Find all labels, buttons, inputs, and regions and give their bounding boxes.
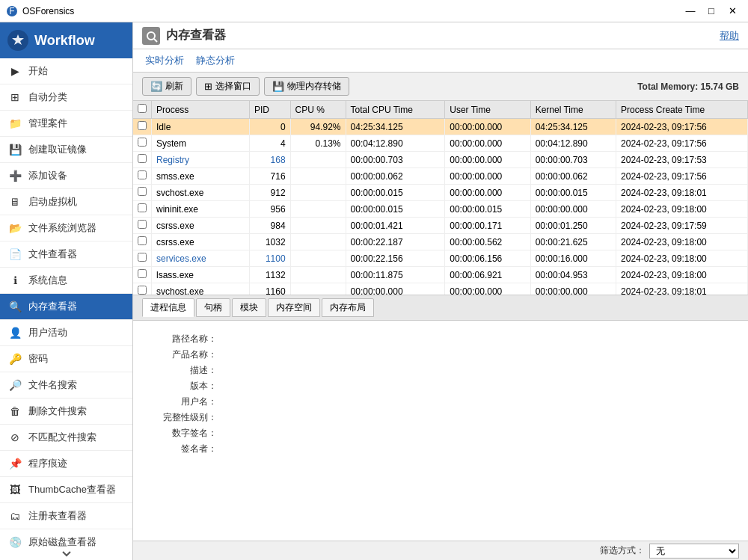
sidebar-item-user-activity[interactable]: 👤用户活动 <box>0 320 132 346</box>
table-row[interactable]: System 4 0.13% 00:04:12.890 00:00:00.000… <box>133 135 748 152</box>
tab-realtime[interactable]: 实时分析 <box>142 52 187 69</box>
cell-total-cpu: 00:00:00.703 <box>346 152 445 168</box>
sidebar-item-deleted-files[interactable]: 🗑删除文件搜索 <box>0 399 132 425</box>
title-bar: F OSForensics — □ ✕ <box>0 0 748 22</box>
cell-pid: 956 <box>249 201 290 218</box>
col-pid: PID <box>249 101 290 119</box>
table-row[interactable]: csrss.exe 1032 00:00:22.187 00:00:00.562… <box>133 234 748 250</box>
table-row[interactable]: Registry 168 00:00:00.703 00:00:00.000 0… <box>133 152 748 168</box>
cell-process: csrss.exe <box>152 234 250 250</box>
row-checkbox-4[interactable] <box>138 187 147 196</box>
detail-field-value <box>223 396 733 408</box>
filter-select[interactable]: 无 <box>649 544 739 559</box>
sidebar-item-thumbcache[interactable]: 🖼ThumbCache查看器 <box>0 477 132 503</box>
select-window-button[interactable]: ⊞ 选择窗口 <box>196 77 260 96</box>
row-checkbox-1[interactable] <box>138 138 147 147</box>
table-row[interactable]: lsass.exe 1132 00:00:11.875 00:00:06.921… <box>133 267 748 283</box>
close-button[interactable]: ✕ <box>723 3 742 19</box>
cell-pid: 1032 <box>249 234 290 250</box>
sidebar-icon-start-vm: 🖥 <box>7 194 22 209</box>
cell-user-time: 00:00:00.000 <box>445 119 530 135</box>
detail-tab-memory-space[interactable]: 内存空间 <box>268 298 320 317</box>
sidebar-item-manage-case[interactable]: 📁管理案件 <box>0 111 132 137</box>
cell-pid: 168 <box>249 152 290 168</box>
sidebar-item-file-browser[interactable]: 📂文件系统浏览器 <box>0 215 132 241</box>
cell-user-time: 00:00:00.000 <box>445 283 530 296</box>
row-checkbox-5[interactable] <box>138 203 147 212</box>
col-total-cpu: Total CPU Time <box>346 101 445 119</box>
sidebar-item-file-viewer[interactable]: 📄文件查看器 <box>0 241 132 268</box>
tab-static[interactable]: 静态分析 <box>193 52 238 69</box>
row-checkbox-2[interactable] <box>138 154 147 163</box>
table-row[interactable]: svchost.exe 1160 00:00:00.000 00:00:00.0… <box>133 283 748 296</box>
sidebar-item-create-evidence[interactable]: 💾创建取证镜像 <box>0 137 132 163</box>
sidebar-item-registry[interactable]: 🗂注册表查看器 <box>0 503 132 529</box>
row-checkbox-0[interactable] <box>138 121 147 130</box>
table-row[interactable]: Idle 0 94.92% 04:25:34.125 00:00:00.000 … <box>133 119 748 135</box>
cell-process: services.exe <box>152 250 250 267</box>
minimize-button[interactable]: — <box>681 3 700 19</box>
detail-field-label: 数字签名： <box>148 427 223 440</box>
process-table-container[interactable]: Process PID CPU % Total CPU Time User Ti… <box>133 101 748 295</box>
detail-tab-handles[interactable]: 句柄 <box>196 298 230 317</box>
detail-row: 产品名称： <box>148 348 733 361</box>
sidebar-item-system-info[interactable]: ℹ系统信息 <box>0 268 132 294</box>
title-bar-controls: — □ ✕ <box>681 3 742 19</box>
table-row[interactable]: services.exe 1100 00:00:22.156 00:00:06.… <box>133 250 748 267</box>
cell-user-time: 00:00:06.156 <box>445 250 530 267</box>
detail-row: 版本： <box>148 380 733 393</box>
cell-kernel-time: 00:00:00.015 <box>530 185 616 201</box>
detail-tab-memory-layout[interactable]: 内存布局 <box>322 298 374 317</box>
sidebar-item-program-trace[interactable]: 📌程序痕迹 <box>0 451 132 477</box>
row-checkbox-8[interactable] <box>138 253 147 262</box>
physical-memory-button[interactable]: 💾 物理内存转储 <box>264 77 349 96</box>
maximize-button[interactable]: □ <box>702 3 721 19</box>
col-process: Process <box>152 101 250 119</box>
table-row[interactable]: svchost.exe 912 00:00:00.015 00:00:00.00… <box>133 185 748 201</box>
sidebar-item-start[interactable]: ▶开始 <box>0 58 132 84</box>
sidebar-scroll[interactable]: ▶开始⊞自动分类📁管理案件💾创建取证镜像➕添加设备🖥启动虚拟机📂文件系统浏览器📄… <box>0 58 132 548</box>
sidebar-item-filename-search[interactable]: 🔎文件名搜索 <box>0 372 132 399</box>
detail-tab-process-info[interactable]: 进程信息 <box>142 298 194 317</box>
row-checkbox-3[interactable] <box>138 170 147 179</box>
col-user-time: User Time <box>445 101 530 119</box>
cell-kernel-time: 00:00:00.703 <box>530 152 616 168</box>
cell-user-time: 00:00:00.000 <box>445 135 530 152</box>
cell-cpu <box>290 185 346 201</box>
help-link[interactable]: 帮助 <box>720 29 739 43</box>
sidebar-item-add-device[interactable]: ➕添加设备 <box>0 163 132 189</box>
row-checkbox-9[interactable] <box>138 269 147 278</box>
row-checkbox-10[interactable] <box>138 286 147 295</box>
table-row[interactable]: smss.exe 716 00:00:00.062 00:00:00.000 0… <box>133 168 748 185</box>
table-row[interactable]: csrss.exe 984 00:00:01.421 00:00:00.171 … <box>133 218 748 234</box>
sidebar-icon-filename-search: 🔎 <box>7 378 22 393</box>
process-table: Process PID CPU % Total CPU Time User Ti… <box>133 101 748 295</box>
detail-tab-modules[interactable]: 模块 <box>232 298 266 317</box>
sidebar-item-memory-viewer[interactable]: 🔍内存查看器 <box>0 294 132 320</box>
sidebar-item-passwords[interactable]: 🔑密码 <box>0 346 132 372</box>
total-memory: Total Memory: 15.74 GB <box>637 81 739 92</box>
select-all-checkbox[interactable] <box>138 104 147 113</box>
refresh-button[interactable]: 🔄 刷新 <box>142 77 191 96</box>
cell-checkbox <box>133 185 152 201</box>
sidebar-item-raw-disk[interactable]: 💿原始磁盘查看器 <box>0 529 132 548</box>
table-row[interactable]: wininit.exe 956 00:00:00.015 00:00:00.01… <box>133 201 748 218</box>
detail-tabs: 进程信息句柄模块内存空间内存布局 <box>133 295 748 321</box>
sidebar-item-start-vm[interactable]: 🖥启动虚拟机 <box>0 189 132 215</box>
sidebar-label-user-activity: 用户活动 <box>28 326 67 339</box>
sidebar-label-deleted-files: 删除文件搜索 <box>28 404 87 418</box>
filter-label: 筛选方式： <box>600 544 645 557</box>
cell-checkbox <box>133 201 152 218</box>
cell-kernel-time: 00:00:16.000 <box>530 250 616 267</box>
row-checkbox-7[interactable] <box>138 236 147 245</box>
cell-create-time: 2024-02-23, 09:17:56 <box>616 119 748 135</box>
sidebar-scroll-down[interactable] <box>0 548 132 560</box>
row-checkbox-6[interactable] <box>138 220 147 229</box>
cell-total-cpu: 00:00:00.062 <box>346 168 445 185</box>
sidebar-item-auto-classify[interactable]: ⊞自动分类 <box>0 84 132 111</box>
app-title: OSForensics <box>22 6 74 16</box>
sidebar-item-mismatch-files[interactable]: ⊘不匹配文件搜索 <box>0 425 132 451</box>
cell-user-time: 00:00:00.000 <box>445 152 530 168</box>
sidebar-label-raw-disk: 原始磁盘查看器 <box>28 535 96 548</box>
cell-process: Idle <box>152 119 250 135</box>
